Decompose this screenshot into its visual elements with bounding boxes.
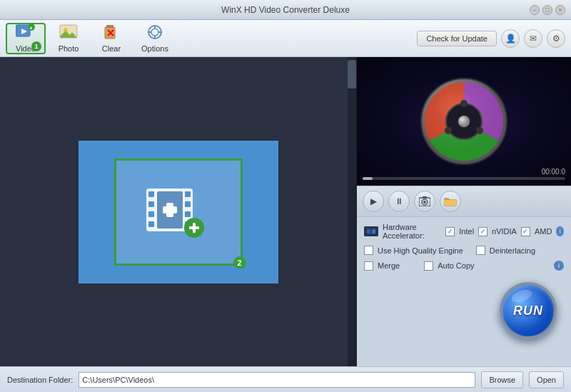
svg-rect-46: [367, 229, 370, 233]
email-icon[interactable]: ✉: [524, 29, 542, 48]
svg-rect-28: [163, 206, 177, 213]
photo-button[interactable]: Photo: [49, 23, 89, 54]
film-reel-graphic: [418, 75, 510, 168]
add-video-icon: [143, 181, 214, 242]
quality-row: Use High Quality Engine Deinterlacing: [364, 246, 564, 255]
video-scrollbar[interactable]: [348, 57, 356, 366]
amd-label: AMD: [535, 227, 552, 236]
svg-point-12: [151, 29, 158, 36]
options-button[interactable]: Options: [134, 23, 176, 54]
svg-text:+: +: [29, 25, 33, 31]
svg-point-41: [423, 201, 426, 203]
run-btn-container: RUN: [364, 276, 564, 345]
high-quality-checkbox[interactable]: [364, 246, 373, 255]
nvidia-label: nVIDIA: [492, 227, 517, 236]
svg-rect-21: [148, 221, 154, 227]
hardware-icon: [364, 226, 378, 236]
merge-checkbox[interactable]: [364, 261, 373, 271]
drop-zone-inner[interactable]: 2: [114, 159, 243, 266]
svg-rect-8: [106, 25, 113, 28]
preview-time: 00:00:0: [542, 168, 565, 176]
drop-zone-badge: 2: [233, 256, 246, 269]
options-icon: [147, 24, 163, 43]
close-btn[interactable]: ×: [555, 5, 565, 15]
maximize-btn[interactable]: □: [542, 5, 552, 15]
svg-point-36: [476, 127, 483, 134]
svg-rect-43: [445, 200, 456, 206]
video-icon: +: [16, 24, 36, 43]
main-content: 2: [0, 57, 571, 366]
screenshot-button[interactable]: [414, 191, 435, 212]
svg-rect-18: [148, 191, 154, 197]
svg-rect-24: [185, 211, 191, 217]
timeline-progress: [363, 177, 373, 180]
video-panel[interactable]: 2: [0, 57, 357, 366]
intel-label: Intel: [459, 227, 474, 236]
svg-rect-31: [189, 226, 199, 229]
minimize-btn[interactable]: −: [530, 5, 540, 15]
svg-point-37: [445, 127, 452, 134]
auto-copy-label: Auto Copy: [438, 261, 474, 270]
hw-accel-info-icon[interactable]: i: [556, 226, 564, 236]
clear-icon: [103, 24, 119, 43]
svg-point-38: [458, 116, 470, 127]
clear-button-label: Clear: [102, 44, 121, 53]
play-button[interactable]: ▶: [363, 191, 384, 212]
video-button[interactable]: + Video 1: [6, 23, 46, 54]
svg-rect-42: [423, 196, 427, 198]
options-section: Hardware Accelerator: Intel nVIDIA AMD i…: [357, 217, 571, 366]
scrollbar-thumb[interactable]: [348, 60, 356, 89]
preview-timeline[interactable]: [363, 177, 565, 180]
clear-button[interactable]: Clear: [91, 23, 131, 54]
high-quality-label: Use High Quality Engine: [378, 246, 463, 255]
pause-button[interactable]: ⏸: [388, 191, 410, 212]
svg-rect-22: [185, 191, 191, 197]
merge-label: Merge: [378, 261, 400, 270]
deinterlacing-checkbox[interactable]: [476, 246, 485, 255]
deinterlacing-label: Deinterlacing: [490, 246, 535, 255]
svg-rect-47: [372, 229, 375, 233]
photo-button-label: Photo: [59, 44, 79, 53]
check-update-button[interactable]: Check for Update: [417, 31, 497, 46]
destination-label: Destination Folder:: [7, 376, 73, 384]
nvidia-checkbox[interactable]: [478, 227, 487, 236]
toolbar: + Video 1 Photo Clear: [0, 20, 571, 57]
right-panel: 00:00:0 ▶ ⏸: [357, 57, 571, 366]
svg-rect-23: [185, 201, 191, 207]
toolbar-right: Check for Update 👤 ✉ ⚙: [417, 29, 565, 48]
video-badge: 1: [31, 41, 41, 51]
window-controls: − □ ×: [530, 5, 565, 15]
svg-rect-19: [148, 201, 154, 207]
user-icon[interactable]: 👤: [501, 29, 520, 48]
folder-button[interactable]: [440, 191, 461, 212]
hardware-accel-row: Hardware Accelerator: Intel nVIDIA AMD i: [364, 223, 564, 240]
preview-area: 00:00:0: [357, 57, 571, 186]
photo-icon: [59, 24, 78, 43]
merge-row: Merge Auto Copy i: [364, 261, 564, 271]
title-bar: WinX HD Video Converter Deluxe − □ ×: [0, 0, 571, 20]
app-title: WinX HD Video Converter Deluxe: [221, 5, 350, 15]
open-button[interactable]: Open: [529, 371, 564, 388]
settings-icon[interactable]: ⚙: [547, 29, 565, 48]
bottom-bar: Destination Folder: Browse Open: [0, 366, 571, 392]
destination-input[interactable]: [79, 372, 475, 388]
controls-bar: ▶ ⏸: [357, 186, 571, 217]
amd-checkbox[interactable]: [521, 227, 530, 236]
intel-checkbox[interactable]: [445, 227, 455, 236]
run-button[interactable]: RUN: [500, 282, 557, 339]
auto-copy-checkbox[interactable]: [424, 261, 433, 271]
browse-button[interactable]: Browse: [481, 371, 523, 388]
drop-zone[interactable]: 2: [79, 141, 278, 283]
svg-point-35: [460, 100, 468, 107]
options-button-label: Options: [141, 44, 168, 53]
hw-accel-label: Hardware Accelerator:: [383, 223, 441, 240]
svg-rect-20: [148, 211, 154, 217]
auto-copy-info-icon[interactable]: i: [554, 261, 564, 271]
